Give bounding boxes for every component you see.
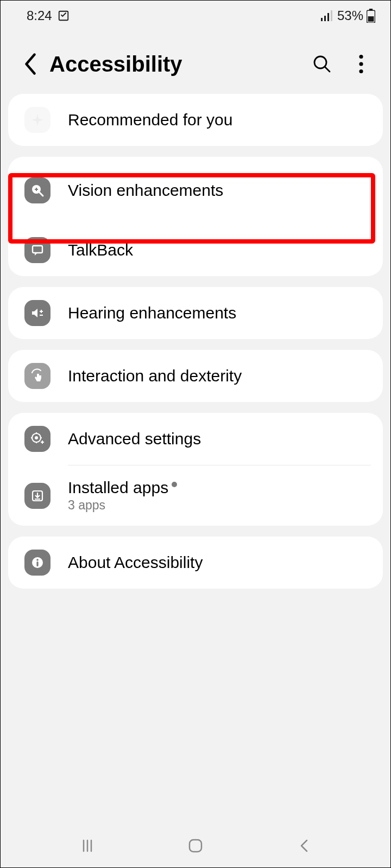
download-icon — [24, 483, 51, 509]
settings-group: Recommended for you — [8, 94, 383, 146]
svg-rect-34 — [36, 561, 38, 566]
battery-icon — [367, 9, 375, 23]
settings-group: Interaction and dexterity — [8, 350, 383, 402]
settings-group: Hearing enhancements — [8, 287, 383, 339]
info-icon — [24, 550, 51, 576]
svg-line-9 — [325, 67, 330, 72]
svg-rect-1 — [321, 18, 323, 21]
more-vertical-icon — [358, 54, 364, 74]
list-item-label: Interaction and dexterity — [68, 367, 242, 385]
svg-point-33 — [36, 559, 39, 561]
nav-back-button[interactable] — [291, 833, 317, 859]
svg-line-14 — [40, 193, 43, 196]
nav-recents-button[interactable] — [74, 833, 100, 859]
sparkle-icon — [24, 107, 51, 133]
list-item-recommended[interactable]: Recommended for you — [8, 94, 383, 146]
svg-rect-17 — [33, 246, 42, 253]
chevron-left-icon — [23, 53, 37, 75]
list-item-label: Vision enhancements — [68, 181, 223, 200]
list-item-installed-apps[interactable]: Installed apps 3 apps — [8, 465, 383, 526]
svg-point-11 — [359, 62, 363, 66]
list-item-advanced-settings[interactable]: Advanced settings — [8, 413, 383, 465]
signal-icon — [321, 10, 334, 21]
chevron-left-icon — [297, 838, 310, 853]
list-item-talkback[interactable]: TalkBack — [8, 224, 383, 276]
recents-icon — [80, 838, 95, 853]
search-button[interactable] — [309, 51, 335, 77]
list-item-label: Recommended for you — [68, 111, 233, 129]
list-item-label: Hearing enhancements — [68, 304, 236, 322]
svg-rect-3 — [327, 13, 329, 21]
page-header: Accessibility — [1, 29, 390, 94]
notification-icon — [58, 10, 70, 22]
settings-group: Advanced settings Installed apps 3 apps — [8, 413, 383, 526]
svg-rect-38 — [190, 840, 201, 852]
svg-point-22 — [35, 436, 38, 439]
battery-text: 53% — [337, 8, 363, 23]
settings-group: About Accessibility — [8, 537, 383, 589]
list-item-label: About Accessibility — [68, 553, 203, 572]
touch-icon — [24, 363, 51, 389]
svg-rect-2 — [324, 16, 326, 21]
home-icon — [187, 838, 204, 854]
svg-point-12 — [359, 69, 363, 73]
list-item-label: Installed apps — [68, 478, 168, 497]
list-item-vision-enhancements[interactable]: Vision enhancements — [8, 157, 383, 224]
list-item-label: TalkBack — [68, 241, 133, 259]
more-options-button[interactable] — [348, 51, 374, 77]
list-item-interaction-dexterity[interactable]: Interaction and dexterity — [8, 350, 383, 402]
list-item-about-accessibility[interactable]: About Accessibility — [8, 537, 383, 589]
page-title: Accessibility — [49, 52, 309, 76]
settings-group: Vision enhancements TalkBack — [8, 157, 383, 276]
svg-rect-7 — [368, 16, 374, 22]
list-item-subtitle: 3 apps — [68, 498, 177, 513]
system-nav-bar — [1, 824, 390, 867]
list-item-hearing-enhancements[interactable]: Hearing enhancements — [8, 287, 383, 339]
gear-plus-icon — [24, 426, 51, 452]
svg-rect-4 — [331, 10, 332, 21]
back-button[interactable] — [17, 50, 44, 78]
status-bar: 8:24 53% — [1, 1, 390, 29]
notification-dot-icon — [172, 482, 177, 487]
svg-point-10 — [359, 55, 363, 59]
svg-point-8 — [314, 56, 326, 68]
list-item-label: Advanced settings — [68, 430, 201, 448]
status-time: 8:24 — [27, 8, 52, 23]
search-icon — [312, 54, 332, 74]
magnify-plus-icon — [24, 177, 51, 203]
nav-home-button[interactable] — [182, 833, 209, 859]
speech-bubble-icon — [24, 237, 51, 263]
volume-adjust-icon — [24, 300, 51, 326]
